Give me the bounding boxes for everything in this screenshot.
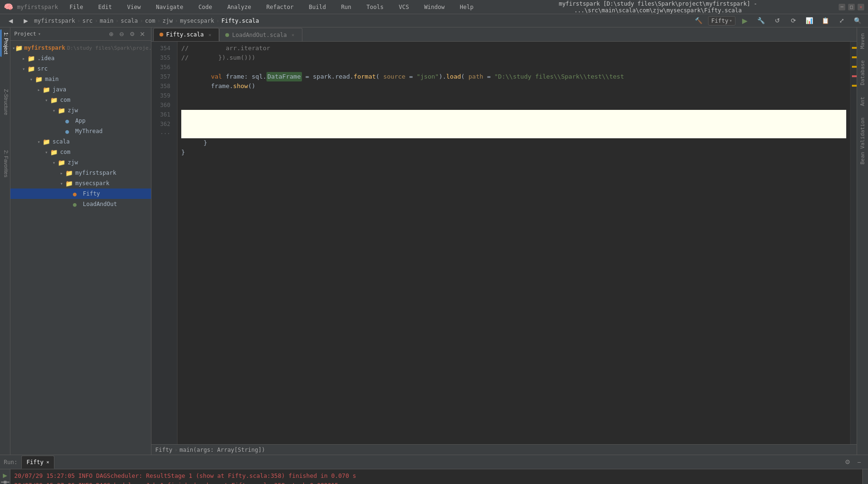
tree-com-scala[interactable]: ▾ 📁 com bbox=[10, 147, 151, 157]
profile-button[interactable]: 📊 bbox=[803, 14, 816, 27]
ed-bc-file[interactable]: Fifty bbox=[155, 447, 172, 453]
root-path: D:\study files\Spark\proje... bbox=[67, 45, 151, 51]
code-line-360 bbox=[181, 100, 846, 110]
menu-analyze[interactable]: Analyze bbox=[223, 3, 255, 11]
run-tab-fifty-close[interactable]: ✕ bbox=[46, 459, 49, 465]
bc-project[interactable]: myfirstspark bbox=[34, 18, 75, 24]
src-expand-arrow: ▾ bbox=[20, 66, 27, 72]
loadandout-tab-close[interactable]: ✕ bbox=[290, 32, 296, 38]
file-tree: ▾ 📁 myfirstspark D:\study files\Spark\pr… bbox=[10, 41, 151, 455]
tree-loadandout-scala[interactable]: ▸ ● LoadAndOut bbox=[10, 199, 151, 209]
run-label: Run: bbox=[4, 459, 18, 466]
close-button[interactable]: ✕ bbox=[858, 4, 864, 10]
build-button[interactable]: 🔨 bbox=[692, 14, 705, 27]
fifty-file-name: Fifty bbox=[83, 190, 100, 197]
code-content[interactable]: // arr.iterator // }).sum())) bbox=[177, 42, 850, 444]
tab-loadandout-scala[interactable]: LoadAndOut.scala ✕ bbox=[219, 28, 302, 41]
title-bar: 🧠 myfirstspark File Edit View Navigate C… bbox=[0, 0, 868, 14]
structure-panel-tab[interactable]: Z-Structure bbox=[0, 86, 10, 118]
run-stop-button[interactable]: ■ bbox=[1, 482, 9, 483]
com-scala-expand-arrow: ▾ bbox=[43, 150, 50, 155]
idea-name: .idea bbox=[37, 55, 54, 62]
run-button[interactable]: ▶ bbox=[738, 14, 752, 27]
root-name: myfirstspark bbox=[24, 45, 65, 51]
menu-code[interactable]: Code bbox=[195, 3, 216, 11]
menu-help[interactable]: Help bbox=[456, 3, 477, 11]
bc-src[interactable]: src bbox=[82, 18, 93, 24]
bottom-settings-button[interactable]: ⚙ bbox=[842, 457, 853, 467]
run-tab-fifty[interactable]: Fifty ✕ bbox=[21, 456, 54, 469]
idea-expand-arrow: ▸ bbox=[20, 56, 27, 61]
nav-back-button[interactable]: ◀ bbox=[4, 14, 17, 27]
sidebar-close-button[interactable]: ✕ bbox=[138, 29, 147, 39]
run-config-dropdown[interactable]: ▾ bbox=[729, 18, 732, 23]
nav-forward-button[interactable]: ▶ bbox=[19, 14, 32, 27]
ed-bc-method[interactable]: main(args: Array[String]) bbox=[179, 447, 265, 453]
tree-com-java[interactable]: ▾ 📁 com bbox=[10, 95, 151, 105]
console-scrollbar[interactable] bbox=[862, 469, 868, 484]
mythread-name: MyThread bbox=[75, 128, 103, 134]
bc-main[interactable]: main bbox=[100, 18, 114, 24]
tree-scala[interactable]: ▾ 📁 scala bbox=[10, 136, 151, 147]
bottom-close-button[interactable]: − bbox=[854, 457, 864, 467]
menu-refactor[interactable]: Refactor bbox=[263, 3, 298, 11]
tree-main[interactable]: ▾ 📁 main bbox=[10, 74, 151, 84]
bc-com[interactable]: com bbox=[145, 18, 155, 24]
line-numbers: 354 355 356 357 358 359 360 361 362 ··· bbox=[151, 42, 177, 444]
main-folder-icon: 📁 bbox=[35, 76, 44, 83]
fifty-tab-close[interactable]: ✕ bbox=[206, 31, 213, 38]
console-line-1: 20/07/29 15:27:05 INFO DAGScheduler: Res… bbox=[14, 471, 859, 481]
menu-run[interactable]: Run bbox=[337, 3, 355, 11]
run-config-label: Fifty bbox=[711, 18, 728, 24]
tree-fifty-scala[interactable]: ▸ ● Fifty bbox=[10, 188, 151, 199]
sidebar-settings-button[interactable]: ⚙ bbox=[127, 29, 137, 39]
sidebar-collapse-button[interactable]: ⊖ bbox=[117, 29, 126, 39]
bc-scala[interactable]: scala bbox=[121, 18, 138, 24]
search-button[interactable]: 🔍 bbox=[851, 14, 864, 27]
tree-zjw-java[interactable]: ▾ 📁 zjw bbox=[10, 105, 151, 116]
rs-ant[interactable]: Ant bbox=[859, 95, 867, 108]
bc-zjw[interactable]: zjw bbox=[162, 18, 173, 24]
window-title: myfirstspark [D:\study files\Spark\proje… bbox=[477, 0, 839, 14]
update-button[interactable]: ↺ bbox=[771, 14, 784, 27]
reload-button[interactable]: ⟳ bbox=[787, 14, 800, 27]
mysecspark-folder-icon: 📁 bbox=[65, 180, 74, 187]
menu-tools[interactable]: Tools bbox=[363, 3, 387, 11]
bc-mysecspark[interactable]: mysecspark bbox=[180, 18, 214, 24]
sidebar-header: Project ▾ ⊕ ⊖ ⚙ ✕ bbox=[10, 27, 151, 41]
tree-app[interactable]: ▸ ● App bbox=[10, 116, 151, 126]
fifty-tab-icon bbox=[159, 33, 163, 36]
menu-edit[interactable]: Edit bbox=[95, 3, 116, 11]
build-project-button[interactable]: 🔧 bbox=[754, 14, 768, 27]
tree-src[interactable]: ▾ 📁 src bbox=[10, 63, 151, 74]
bc-file[interactable]: Fifty.scala bbox=[221, 18, 259, 24]
favorites-panel-tab[interactable]: 2: Favorites bbox=[0, 147, 10, 180]
breadcrumb-bar: ◀ ▶ myfirstspark › src › main › scala › … bbox=[0, 14, 868, 27]
tree-myfirstspark-pkg[interactable]: ▸ 📁 myfirstspark bbox=[10, 168, 151, 178]
console-output[interactable]: 20/07/29 15:27:05 INFO DAGScheduler: Res… bbox=[10, 469, 862, 484]
tree-java[interactable]: ▸ 📁 java bbox=[10, 84, 151, 95]
expand-button[interactable]: ⤢ bbox=[835, 14, 848, 27]
tree-zjw-scala[interactable]: ▾ 📁 zjw bbox=[10, 157, 151, 168]
tree-mythread[interactable]: ▸ ● MyThread bbox=[10, 126, 151, 136]
code-editor[interactable]: 354 355 356 357 358 359 360 361 362 ··· … bbox=[151, 42, 857, 444]
rs-bean-validation[interactable]: Bean Validation bbox=[859, 116, 867, 166]
rs-maven[interactable]: Maven bbox=[859, 31, 867, 51]
project-panel-tab[interactable]: 1: Project bbox=[0, 29, 10, 57]
coverage-button[interactable]: 📋 bbox=[819, 14, 832, 27]
rs-database[interactable]: Database bbox=[859, 58, 867, 87]
app-icon: 🧠 bbox=[4, 2, 13, 11]
minimize-button[interactable]: ─ bbox=[839, 4, 845, 10]
tree-idea[interactable]: ▸ 📁 .idea bbox=[10, 53, 151, 63]
tab-fifty-scala[interactable]: Fifty.scala ✕ bbox=[153, 28, 219, 41]
sidebar-expand-button[interactable]: ⊕ bbox=[106, 29, 116, 39]
tree-root[interactable]: ▾ 📁 myfirstspark D:\study files\Spark\pr… bbox=[10, 43, 151, 53]
menu-navigate[interactable]: Navigate bbox=[152, 3, 187, 11]
maximize-button[interactable]: □ bbox=[848, 4, 855, 10]
menu-view[interactable]: View bbox=[124, 3, 145, 11]
menu-window[interactable]: Window bbox=[420, 3, 448, 11]
tree-mysecspark-pkg[interactable]: ▾ 📁 mysecspark bbox=[10, 178, 151, 188]
menu-file[interactable]: File bbox=[66, 3, 87, 11]
menu-vcs[interactable]: VCS bbox=[395, 3, 413, 11]
menu-build[interactable]: Build bbox=[305, 3, 330, 11]
